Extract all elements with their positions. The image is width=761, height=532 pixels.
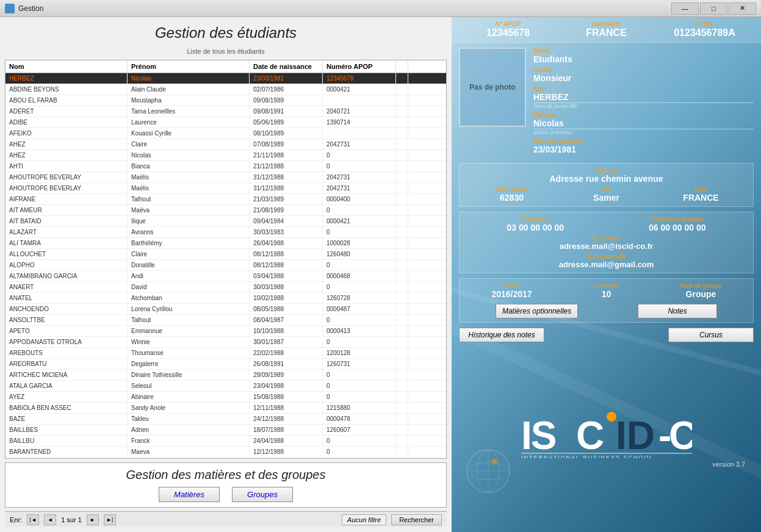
table-row[interactable]: APPODANASTE OTROLA Winnie 30/01/1987 0 <box>5 337 446 348</box>
td-pad <box>396 414 408 424</box>
td-apop: 0 <box>323 161 396 171</box>
td-dob: 21/12/1988 <box>250 161 323 171</box>
photo-box: Pas de photo <box>459 48 526 127</box>
table-row[interactable]: BAZE Takleu 24/12/1988 0000478 <box>5 414 446 425</box>
td-dob: 08/12/1988 <box>250 260 323 270</box>
annee-label: Année <box>466 282 558 289</box>
nav-first-button[interactable]: |◄ <box>27 514 39 525</box>
td-nom: ARTICHEC MICIENA <box>5 370 128 380</box>
table-row[interactable]: AYEZ Abinaire 15/08/1988 0 <box>5 392 446 403</box>
minimize-button[interactable]: — <box>671 2 699 15</box>
email-perso-value: adresse.mail@gmail.com <box>466 260 747 269</box>
table-row[interactable]: AFEIKO Kouassi Cyrille 08/10/1989 <box>5 128 446 139</box>
td-apop: 2042731 <box>323 139 396 149</box>
td-prenom: Moustapha <box>128 95 250 106</box>
table-row[interactable]: BAILLBU Franck 24/04/1988 0 <box>5 436 446 447</box>
td-prenom: Andi <box>128 271 250 281</box>
matieres-opt-button[interactable]: Matières optionnelles <box>496 304 578 318</box>
td-prenom: Maëlis <box>128 172 250 182</box>
td-apop: 0 <box>323 392 396 402</box>
adresse-label: Adresse <box>466 167 747 174</box>
table-row[interactable]: AHOUTROPE BEVERLAY Maëlis 31/12/1988 204… <box>5 183 446 194</box>
table-row[interactable]: ADERET Tama Leonellles 09/08/1991 204072… <box>5 106 446 117</box>
autres-prenoms-label: autres prénoms <box>533 129 754 135</box>
table-row[interactable]: ABOU EL FARAB Moustapha 09/08/1989 <box>5 95 446 106</box>
td-nom: ANATEL <box>5 293 128 303</box>
td-pad <box>396 458 408 458</box>
notes-button[interactable]: Notes <box>638 304 717 318</box>
close-button[interactable]: ✕ <box>729 2 756 15</box>
table-row[interactable]: ADIBE Laurence 05/06/1989 1390714 <box>5 117 446 128</box>
matieres-button[interactable]: Matières <box>159 487 220 502</box>
table-row[interactable]: BARANTENED Maeva 12/12/1988 0 <box>5 447 446 458</box>
td-dob: 07/08/1989 <box>250 139 323 149</box>
groupes-button[interactable]: Groupes <box>232 487 293 502</box>
maximize-button[interactable]: □ <box>700 2 727 15</box>
table-row[interactable]: HERBEZ Nicolas 23/03/1981 12345678 <box>5 73 446 84</box>
table-body[interactable]: HERBEZ Nicolas 23/03/1981 12345678 ABDIN… <box>5 73 446 458</box>
nav-prev-button[interactable]: ◄ <box>44 514 56 525</box>
table-row[interactable]: AREORBATU Degaterre 26/08/1991 1260731 <box>5 359 446 370</box>
td-nom: AIFRANE <box>5 194 128 204</box>
td-pad <box>396 381 408 391</box>
logo-section: IS C ID - CO INTERNATIONAL BUSINESS SCHO… <box>452 345 761 532</box>
table-row[interactable]: AIT AMEUR Maëva 21/08/1989 0 <box>5 205 446 216</box>
td-pad <box>396 370 408 380</box>
table-row[interactable]: AHTI Bianca 21/12/1988 0 <box>5 161 446 172</box>
td-prenom: Sandy Anole <box>128 403 250 413</box>
td-prenom: Adrien <box>128 425 250 435</box>
td-dob: 18/07/1988 <box>250 425 323 435</box>
td-apop: 1000028 <box>323 238 396 248</box>
search-button[interactable]: Rechercher <box>391 514 442 525</box>
td-prenom: Maeva <box>128 447 250 457</box>
td-dob: 30/03/1988 <box>250 282 323 292</box>
contact-section: Téléphone 03 00 00 00 00 Téléphone porta… <box>459 212 754 273</box>
td-nom: APETO <box>5 326 128 336</box>
main-container: Gestion des étudiants Liste de tous les … <box>0 17 761 532</box>
table-row[interactable]: BAILLBES Adrien 18/07/1988 1260607 <box>5 425 446 436</box>
table-row[interactable]: AHOUTROPE BEVERLAY Maëlis 31/12/1988 204… <box>5 172 446 183</box>
table-row[interactable]: ALTAMIBRANO GARCIA Andi 03/04/1988 00004… <box>5 271 446 282</box>
prenom-group: Prénom Nicolas autres prénoms <box>533 112 754 135</box>
historique-button[interactable]: Historique des notes <box>459 328 544 342</box>
td-prenom: Nicolas <box>128 150 250 160</box>
table-row[interactable]: AREBOUTS Thoumanse 22/02/1988 1200128 <box>5 348 446 359</box>
td-dob: 08/12/1988 <box>250 249 323 259</box>
nav-last-button[interactable]: ►| <box>104 514 116 525</box>
table-row[interactable]: AHEZ Nicolas 21/11/1988 0 <box>5 150 446 161</box>
iscid-co-logo: IS C ID - CO INTERNATIONAL BUSINESS SCHO… <box>521 409 692 458</box>
table-row[interactable]: ANAERT David 30/03/1988 0 <box>5 282 446 293</box>
table-row[interactable]: APETO Emmannue 10/10/1988 0000413 <box>5 326 446 337</box>
table-row[interactable]: AIT BATAID Ilique 09/04/1984 0000421 <box>5 216 446 227</box>
td-apop: 1260607 <box>323 425 396 435</box>
table-row[interactable]: ANCHOENDO Lorena Cyrillou 08/05/1988 000… <box>5 304 446 315</box>
td-nom: ADIBE <box>5 117 128 128</box>
table-row[interactable]: ABDINE BEYONS Alain Claude 02/07/1986 00… <box>5 84 446 95</box>
table-row[interactable]: ATALA GARCIA Seleoul 23/04/1988 0 <box>5 381 446 392</box>
table-row[interactable]: ANATEL Atchomban 10/02/1988 1260728 <box>5 293 446 304</box>
table-row[interactable]: ALLOUCHET Claire 08/12/1988 1260480 <box>5 249 446 260</box>
td-prenom: Nicolas <box>128 73 250 84</box>
td-nom: BAILLBES <box>5 425 128 435</box>
cursus-button[interactable]: Cursus <box>668 328 754 342</box>
td-nom: ALOPHO <box>5 260 128 270</box>
table-row[interactable]: BABIOLA BEN ASSEC Sandy Anole 12/11/1988… <box>5 403 446 414</box>
bottom-title: Gestion des matières et des groupes <box>10 468 441 482</box>
table-row[interactable]: BARBET SOPHIE 03/09/1988 0000400 <box>5 458 446 458</box>
td-pad <box>396 425 408 435</box>
table-row[interactable]: ARTICHEC MICIENA Dinaire Tothiessille 29… <box>5 370 446 381</box>
table-row[interactable]: AIFRANE Talhout 21/03/1989 0000400 <box>5 194 446 205</box>
right-panel: N° APOP 12345678 Nationalité FRANCE N° I… <box>452 17 761 532</box>
svg-point-8 <box>607 412 616 422</box>
table-row[interactable]: ALAZART Avranns 30/03/1983 0 <box>5 227 446 238</box>
table-row[interactable]: ALOPHO Donatille 08/12/1988 0 <box>5 260 446 271</box>
semestre-label: Semestre <box>560 282 652 289</box>
table-row[interactable]: ALI TAMRA Barthélémy 26/04/1988 1000028 <box>5 238 446 249</box>
nom-jeune-fille-label: Nom de jeune fille <box>533 103 754 109</box>
table-row[interactable]: ANSOLTTBE Talhout 08/04/1987 0 <box>5 315 446 326</box>
nav-next-button[interactable]: ► <box>87 514 99 525</box>
td-apop: 0000413 <box>323 326 396 336</box>
table-row[interactable]: AHEZ Claire 07/08/1989 2042731 <box>5 139 446 150</box>
td-pad <box>396 249 408 259</box>
td-pad <box>396 139 408 149</box>
